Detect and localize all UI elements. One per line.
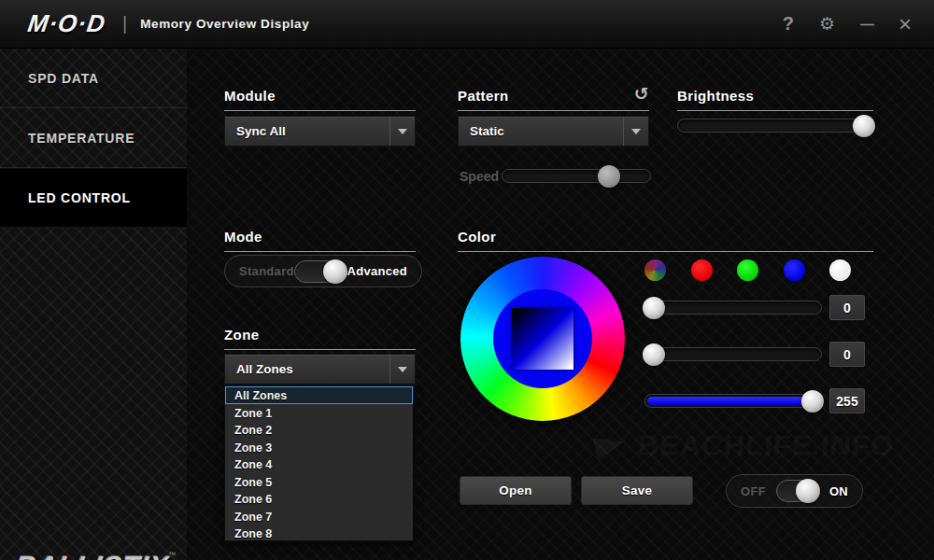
blue-value-field[interactable]: 255 xyxy=(829,388,865,413)
watermark-text: BEACHLIFE.INFO xyxy=(637,429,896,463)
zone-option-5[interactable]: Zone 5 xyxy=(225,473,413,491)
open-button[interactable]: Open xyxy=(460,476,572,505)
zone-section-label: Zone xyxy=(224,327,416,350)
preset-rainbow-swatch[interactable] xyxy=(644,259,666,281)
reset-history-icon[interactable]: ↺ xyxy=(634,83,649,105)
mod-logo: M·O·D xyxy=(26,9,107,38)
pattern-label-text: Pattern xyxy=(458,88,508,104)
red-value-field[interactable]: 0 xyxy=(829,295,865,320)
chevron-down-icon xyxy=(631,129,641,134)
power-toggle-switch[interactable] xyxy=(776,480,819,502)
zone-option-7[interactable]: Zone 7 xyxy=(225,508,413,525)
sidebar-item-led-control[interactable]: LED CONTROL xyxy=(0,168,187,228)
preset-blue-swatch[interactable] xyxy=(784,259,805,281)
sidebar-item-spd-data[interactable]: SPD DATA xyxy=(0,49,187,108)
preset-red-swatch[interactable] xyxy=(691,259,713,281)
watermark: BEACHLIFE.INFO xyxy=(595,429,894,463)
blue-channel-slider[interactable] xyxy=(644,394,822,408)
chevron-down-icon xyxy=(398,129,407,134)
titlebar: M·O·D | Memory Overview Display ? ⚙ — × xyxy=(0,0,934,49)
saturation-value-square[interactable] xyxy=(512,308,573,370)
ballistix-logo: BALLISTIX™ by Micron xyxy=(11,551,179,560)
brightness-slider-handle[interactable] xyxy=(853,115,875,137)
zone-dropdown-value: All Zones xyxy=(225,362,389,376)
sidebar-item-label: SPD DATA xyxy=(28,71,99,86)
green-channel-slider[interactable] xyxy=(644,347,822,361)
red-slider-handle[interactable] xyxy=(643,297,665,319)
power-off-label: OFF xyxy=(741,484,766,498)
ballistix-wordmark: BALLISTIX xyxy=(12,551,171,560)
app-title: Memory Overview Display xyxy=(140,17,309,31)
power-on-label: ON xyxy=(829,484,848,498)
settings-gear-icon[interactable]: ⚙ xyxy=(819,13,835,35)
close-icon[interactable]: × xyxy=(899,15,912,34)
module-dropdown-caret-zone xyxy=(389,117,415,146)
app-window: M·O·D | Memory Overview Display ? ⚙ — × … xyxy=(0,0,934,560)
watermark-glyph-icon xyxy=(593,432,629,461)
brightness-slider[interactable] xyxy=(677,119,873,133)
power-toggle-group: OFF ON xyxy=(726,474,863,508)
pattern-dropdown-value: Static xyxy=(459,124,623,138)
module-section-label: Module xyxy=(224,88,416,111)
color-hue-wheel[interactable] xyxy=(460,257,625,421)
mode-toggle-group: Standard Advanced xyxy=(224,255,422,287)
zone-dropdown-list: All Zones Zone 1 Zone 2 Zone 3 Zone 4 Zo… xyxy=(224,385,414,541)
brightness-section-label: Brightness xyxy=(677,88,873,111)
module-dropdown[interactable]: Sync All xyxy=(224,116,416,147)
mode-advanced-label: Advanced xyxy=(347,264,407,278)
mode-toggle-switch[interactable] xyxy=(294,260,347,283)
titlebar-separator: | xyxy=(122,13,127,35)
green-slider-handle[interactable] xyxy=(643,343,665,366)
sidebar-item-label: TEMPERATURE xyxy=(28,131,134,146)
speed-label: Speed xyxy=(460,169,499,184)
pattern-section-label: Pattern ↺ xyxy=(458,88,649,111)
blue-slider-handle[interactable] xyxy=(801,390,824,413)
color-section-label: Color xyxy=(458,229,873,252)
zone-dropdown-caret-zone xyxy=(389,355,415,384)
speed-slider[interactable] xyxy=(502,169,651,183)
module-dropdown-value: Sync All xyxy=(225,124,389,138)
green-value-field[interactable]: 0 xyxy=(829,342,865,367)
zone-dropdown[interactable]: All Zones xyxy=(224,354,416,385)
power-toggle-knob[interactable] xyxy=(796,479,820,503)
zone-option-1[interactable]: Zone 1 xyxy=(225,404,413,422)
sidebar-item-label: LED CONTROL xyxy=(28,190,131,205)
zone-option-3[interactable]: Zone 3 xyxy=(225,439,413,456)
mode-toggle-knob[interactable] xyxy=(323,259,347,284)
zone-option-all-zones[interactable]: All Zones xyxy=(225,386,413,404)
mode-section-label: Mode xyxy=(224,229,416,252)
zone-option-4[interactable]: Zone 4 xyxy=(225,455,413,473)
pattern-dropdown[interactable]: Static xyxy=(458,116,649,147)
titlebar-icons: ? ⚙ — × xyxy=(783,13,934,35)
sidebar-item-temperature[interactable]: TEMPERATURE xyxy=(0,108,187,168)
zone-option-6[interactable]: Zone 6 xyxy=(225,490,413,508)
sidebar: SPD DATA TEMPERATURE LED CONTROL BALLIST… xyxy=(0,49,187,560)
speed-slider-handle[interactable] xyxy=(598,165,620,188)
preset-white-swatch[interactable] xyxy=(829,259,851,281)
chevron-down-icon xyxy=(398,367,407,372)
zone-option-8[interactable]: Zone 8 xyxy=(225,525,413,542)
mode-standard-label: Standard xyxy=(239,264,294,278)
help-icon[interactable]: ? xyxy=(783,13,794,35)
save-button[interactable]: Save xyxy=(581,476,693,505)
minimize-icon[interactable]: — xyxy=(860,16,873,32)
red-channel-slider[interactable] xyxy=(644,301,822,315)
preset-green-swatch[interactable] xyxy=(737,259,758,281)
blue-slider-fill xyxy=(647,397,817,405)
pattern-dropdown-caret-zone xyxy=(623,117,648,146)
zone-option-2[interactable]: Zone 2 xyxy=(225,421,413,439)
